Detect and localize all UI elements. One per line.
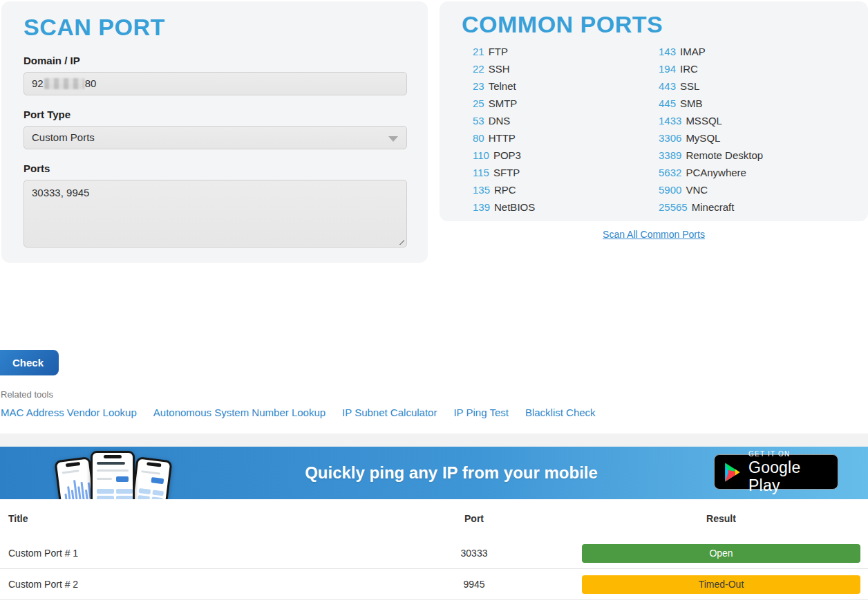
port-number-link[interactable]: 445 bbox=[659, 97, 676, 109]
port-number-link[interactable]: 21 bbox=[473, 46, 484, 57]
port-number-link[interactable]: 194 bbox=[659, 63, 676, 75]
port-type-selected-value: Custom Ports bbox=[32, 131, 95, 143]
common-port-item: 1433MSSQL bbox=[659, 112, 763, 129]
common-port-item: 135RPC bbox=[473, 181, 535, 198]
common-port-item: 143IMAP bbox=[659, 43, 763, 60]
port-number-link[interactable]: 3389 bbox=[659, 149, 681, 161]
common-port-item: 23Telnet bbox=[473, 77, 535, 95]
header-port: Port bbox=[387, 513, 561, 524]
row-port: 30333 bbox=[387, 548, 561, 559]
banner-top-strip bbox=[0, 434, 868, 447]
port-name: PCAnywhere bbox=[686, 167, 746, 178]
port-number-link[interactable]: 3306 bbox=[659, 132, 681, 144]
port-name: MSSQL bbox=[686, 115, 722, 127]
common-port-item: 80HTTP bbox=[473, 129, 535, 147]
port-name: SSH bbox=[489, 63, 510, 75]
chevron-down-icon bbox=[388, 136, 398, 142]
port-number-link[interactable]: 53 bbox=[473, 115, 484, 127]
common-port-item: 25SMTP bbox=[473, 95, 535, 112]
results-header-row: Title Port Result bbox=[0, 499, 868, 538]
common-port-item: 139NetBIOS bbox=[473, 198, 535, 216]
resize-handle-icon[interactable] bbox=[396, 236, 404, 245]
port-name: NetBIOS bbox=[494, 201, 535, 213]
phone-mockups-image bbox=[59, 450, 173, 499]
port-name: SFTP bbox=[493, 167, 520, 178]
port-name: VNC bbox=[686, 184, 708, 196]
port-number-link[interactable]: 1433 bbox=[659, 115, 681, 127]
port-number-link[interactable]: 443 bbox=[659, 80, 676, 92]
ports-textarea[interactable]: 30333, 9945 bbox=[23, 180, 407, 248]
related-tools-links: MAC Address Vendor Lookup Autonomous Sys… bbox=[1, 407, 596, 418]
link-mac-address-vendor-lookup[interactable]: MAC Address Vendor Lookup bbox=[1, 407, 137, 418]
common-port-item: 25565Minecraft bbox=[659, 198, 763, 216]
mobile-app-banner: Quickly ping any IP from your mobile GET… bbox=[0, 447, 868, 499]
port-number-link[interactable]: 135 bbox=[473, 184, 490, 196]
port-name: DNS bbox=[489, 115, 511, 127]
related-tools-heading: Related tools bbox=[1, 389, 53, 400]
domain-ip-input[interactable]: 9280 bbox=[23, 72, 407, 95]
port-scanner-page: SCAN PORT Domain / IP 9280 Port Type Cus… bbox=[0, 0, 868, 605]
port-number-link[interactable]: 143 bbox=[659, 46, 676, 57]
common-ports-title: COMMON PORTS bbox=[462, 10, 846, 39]
port-number-link[interactable]: 80 bbox=[473, 132, 484, 144]
common-port-item: 5632PCAnywhere bbox=[659, 164, 763, 181]
port-number-link[interactable]: 25 bbox=[473, 97, 484, 109]
port-number-link[interactable]: 25565 bbox=[659, 201, 688, 213]
row-title: Custom Port # 1 bbox=[8, 548, 387, 559]
common-ports-column-1: 21FTP 22SSH 23Telnet 25SMTP 53DNS 80HTTP… bbox=[473, 43, 535, 216]
common-port-item: 115SFTP bbox=[473, 164, 535, 181]
google-play-badge[interactable]: GET IT ON Google Play bbox=[714, 454, 838, 490]
link-asn-lookup[interactable]: Autonomous System Number Lookup bbox=[153, 407, 326, 418]
port-name: Minecraft bbox=[692, 201, 735, 213]
scan-port-panel: SCAN PORT Domain / IP 9280 Port Type Cus… bbox=[1, 1, 428, 263]
common-port-item: 443SSL bbox=[659, 77, 763, 95]
port-name: IMAP bbox=[680, 46, 706, 57]
domain-ip-label: Domain / IP bbox=[23, 55, 406, 66]
ports-value: 30333, 9945 bbox=[32, 187, 89, 198]
scan-port-title: SCAN PORT bbox=[23, 12, 406, 41]
port-number-link[interactable]: 5632 bbox=[659, 167, 681, 178]
port-number-link[interactable]: 5900 bbox=[659, 184, 681, 196]
table-row: Custom Port # 1 30333 Open bbox=[0, 538, 868, 569]
google-play-label: Google Play bbox=[748, 458, 828, 494]
port-name: POP3 bbox=[493, 149, 521, 161]
row-title: Custom Port # 2 bbox=[8, 579, 387, 590]
port-name: SSL bbox=[680, 80, 699, 92]
port-name: Remote Desktop bbox=[686, 149, 763, 161]
google-play-badge-text: GET IT ON Google Play bbox=[748, 450, 828, 494]
common-port-item: 3389Remote Desktop bbox=[659, 147, 763, 164]
link-ip-ping-test[interactable]: IP Ping Test bbox=[453, 407, 509, 418]
common-port-item: 5900VNC bbox=[659, 181, 763, 198]
scan-results-table: Title Port Result Custom Port # 1 30333 … bbox=[0, 499, 868, 600]
link-blacklist-check[interactable]: Blacklist Check bbox=[525, 407, 596, 418]
port-name: Telnet bbox=[489, 80, 516, 92]
port-number-link[interactable]: 22 bbox=[473, 63, 484, 75]
table-row: Custom Port # 2 9945 Timed-Out bbox=[0, 569, 868, 600]
check-button[interactable]: Check bbox=[0, 350, 59, 375]
port-name: RPC bbox=[494, 184, 516, 196]
common-port-item: 22SSH bbox=[473, 60, 535, 77]
port-name: IRC bbox=[680, 63, 698, 75]
scan-all-common-ports-link[interactable]: Scan All Common Ports bbox=[440, 229, 868, 240]
common-ports-column-2: 143IMAP 194IRC 443SSL 445SMB 1433MSSQL 3… bbox=[659, 43, 763, 216]
port-name: FTP bbox=[489, 46, 508, 57]
common-port-item: 445SMB bbox=[659, 95, 763, 112]
common-port-item: 53DNS bbox=[473, 112, 535, 129]
ports-label: Ports bbox=[23, 162, 406, 174]
status-badge: Open bbox=[582, 544, 860, 563]
port-name: SMB bbox=[680, 97, 703, 109]
port-number-link[interactable]: 23 bbox=[473, 80, 484, 92]
redacted-ip-blur bbox=[44, 78, 84, 89]
link-ip-subnet-calculator[interactable]: IP Subnet Calculator bbox=[342, 407, 437, 418]
port-number-link[interactable]: 139 bbox=[473, 201, 490, 213]
phone-center bbox=[91, 451, 135, 499]
common-port-item: 194IRC bbox=[659, 60, 763, 77]
port-number-link[interactable]: 115 bbox=[473, 167, 489, 178]
common-ports-panel: COMMON PORTS 21FTP 22SSH 23Telnet 25SMTP… bbox=[440, 1, 868, 221]
port-name: HTTP bbox=[489, 132, 516, 144]
port-number-link[interactable]: 110 bbox=[473, 149, 489, 161]
port-type-select[interactable]: Custom Ports bbox=[23, 126, 407, 149]
google-play-icon bbox=[723, 460, 742, 484]
get-it-on-label: GET IT ON bbox=[748, 450, 828, 458]
port-type-label: Port Type bbox=[23, 109, 406, 120]
